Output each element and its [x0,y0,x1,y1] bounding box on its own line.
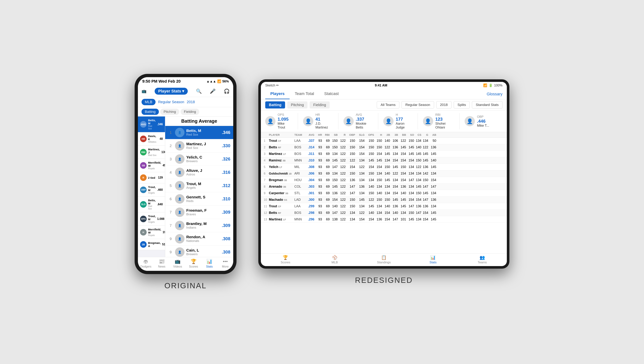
player-row-0[interactable]: 1 👤 Betts, M Red Sox .346 [165,126,233,139]
table-row[interactable]: 13 Martinez LF MNN .296 93 69 138 122 13… [261,216,507,223]
glossary-link[interactable]: Glossary [487,92,502,97]
sidebar-val-0: .346 [157,123,163,126]
table-row[interactable]: 9 Carpenter 3B STL .301 93 69 136 122 14… [261,190,507,197]
tab-team-total[interactable]: Team Total [290,89,319,99]
player-stats-button[interactable]: Player Stats ▾ [155,88,188,95]
filter-fielding[interactable]: Fielding [310,101,330,109]
filter-standard-stats[interactable]: Standard Stats [472,101,502,109]
t-nav-stats[interactable]: 📊 Stats [408,255,458,264]
player-row-4[interactable]: 5 👤 Trout, M Angels .312 [165,179,233,192]
leader-hr[interactable]: 👤 HR 41 J.D. Martinez [303,113,338,129]
sidebar-item-slg[interactable]: SLG Betts, M Red Sox .640 [138,197,165,212]
sidebar-player-name-9: Bregman, A [148,241,161,247]
row-cs-1: 134 [414,139,421,143]
sidebar-player-name-0: Betts, M [148,119,156,125]
t-nav-mlb[interactable]: ⚾ MLB [310,255,359,264]
avatar-0: 👤 [175,128,184,137]
filter-regular-season[interactable]: Regular Season [402,101,434,109]
table-row[interactable]: 10 Machado SS LAD .300 93 69 154 122 150… [261,197,507,203]
player-row-8[interactable]: 9 👤 Rendon, A Nationals .308 [165,232,233,245]
filter-year[interactable]: 2018 [436,101,452,109]
teams-icon-t: 👥 [480,255,485,260]
headphones-icon[interactable]: 🎧 [224,89,230,94]
mic-icon[interactable]: 🎤 [210,89,216,94]
sidebar-item-r[interactable]: R 2 tied 129 [138,172,165,183]
sidebar-item-ops[interactable]: OPS Trout, M Angels 1.088 [138,212,165,226]
table-row[interactable]: 6 Goldschmidt 1B ARI .306 93 69 134 122 … [261,170,507,177]
leader-obp[interactable]: 👤 OBP .446 Mike T... [465,113,497,129]
sidebar-team-1: Athletics [148,141,158,143]
player-row-9[interactable]: 9 👤 Cain, L Brewers .308 [165,245,233,257]
table-row[interactable]: 11 Trout CF LAA .299 93 69 140 122 150 1… [261,203,507,210]
sidebar-item-h[interactable]: H Merrifield, W Royals 192 [138,226,165,239]
phone-status-bar: 9:50 PM Wed Feb 20 ▲▲▲ 📶 56% [138,77,233,86]
year-button[interactable]: 2018 [187,100,195,104]
t-nav-standings[interactable]: 📋 Standings [359,255,408,264]
sidebar-item-obp[interactable]: OBP Trout, M Angels .460 [138,183,165,197]
tab-players[interactable]: Players [265,89,290,99]
obp-value-t: .446 [477,119,489,124]
sidebar-item-rbi[interactable]: RBI Martinez, J Red Sox 130 [138,146,165,159]
nav-videos[interactable]: 📺 Videos [170,259,186,268]
r-badge: R [140,174,147,181]
player-row-2[interactable]: 3 👤 Yelich, C Brewers .326 [165,153,233,166]
filter-batting[interactable]: Batting [265,101,285,109]
rbi-player-t: Shohei Ohtani [435,122,454,129]
table-row[interactable]: 2 Betts RF BOS .314 93 69 150 122 150 15… [261,144,507,151]
player-info-5: Gennett, S Reds [186,195,218,203]
table-row[interactable]: 8 Arenado 3B COL .303 93 69 145 122 147 … [261,183,507,190]
leader-ops[interactable]: 👤 OPS 1.095 Mike Trout [265,113,298,129]
sidebar-item-hr[interactable]: HR Davis, K Athletics 48 [138,132,165,146]
table-row[interactable]: 4 Ramirez 3B MNN .310 93 69 145 122 122 … [261,157,507,164]
sidebar-val-2: 130 [161,151,165,154]
table-row[interactable]: 5 Yelich LF MIL .308 93 69 147 122 154 1… [261,164,507,170]
tab-statcast[interactable]: Statcast [319,89,344,99]
player-row-5[interactable]: 6 👤 Gennett, S Reds .310 [165,192,233,206]
sidebar-val-1: 48 [160,137,163,141]
table-row[interactable]: 3 Martinez LF BOS .311 93 69 134 122 150… [261,151,507,157]
table-row[interactable]: 12 Betts RF BOS .298 93 69 147 122 134 1… [261,210,507,216]
sidebar-team-5: Angels [148,192,156,194]
mlb-button[interactable]: MLB [142,99,156,105]
player-row-6[interactable]: 7 👤 Freeman, F Braves .309 [165,206,233,219]
season-button[interactable]: Regular Season [158,100,184,104]
sidebar-item-sb[interactable]: SB Merrifield, W Royals 45 [138,159,165,172]
nav-dodgers[interactable]: 🏟 Dodgers [138,259,154,268]
row-ops-1: 150 [364,139,374,143]
filter-pitching[interactable]: Pitching [287,101,308,109]
sidebar-item-2b[interactable]: 2B Bregman, A 51 [138,239,165,250]
nav-scores[interactable]: 🏆 Scores [186,259,202,268]
search-icon[interactable]: 🔍 [196,89,202,94]
leader-h[interactable]: 👤 H 177 Aaron Judge [383,113,418,129]
phone-bottom-nav: 🏟 Dodgers 📰 News 📺 Videos 🏆 Scores [138,257,233,271]
tablet-leaders: 👤 OPS 1.095 Mike Trout 👤 HR 41 J.D. Mart… [261,111,507,132]
slg-badge: SLG [140,201,147,208]
filter-splits[interactable]: Splits [454,101,470,109]
rank-2: 3 [168,157,173,161]
sidebar-item-avg[interactable]: AVG Betts, M Red Sox .346 [138,117,165,132]
stat-4: .312 [220,183,230,188]
leader-avatar-h: 👤 [383,116,394,126]
avatar-8: 👤 [175,234,184,243]
leader-rbi[interactable]: 👤 RBI 123 Shohei Ohtani [423,113,460,129]
avatar-1: 👤 [175,141,184,151]
filter-all-teams[interactable]: All Teams [377,101,399,109]
leader-avg[interactable]: 👤 AVG .337 Mookie Betts [344,113,378,129]
batting-tab[interactable]: Batting [142,109,159,115]
table-row[interactable]: 1 Trout CF LAA .337 93 69 150 122 150 15… [261,138,507,144]
player-row-3[interactable]: 4 👤 Altuve, J Astros .316 [165,166,233,179]
th-r: R [338,133,346,136]
nav-news[interactable]: 📰 News [154,259,170,268]
player-row-7[interactable]: 7 👤 Brantley, M Indians .309 [165,219,233,232]
leader-avatar-hr: 👤 [303,116,313,126]
leader-info-avg: AVG .337 Mookie Betts [356,113,373,129]
table-row[interactable]: 7 Bregman 3B HOU .304 93 69 150 122 136 … [261,177,507,183]
t-nav-scores[interactable]: 🏆 Scores [261,255,310,264]
nav-more[interactable]: ••• More [218,259,233,268]
fielding-tab[interactable]: Fielding [181,109,200,115]
t-nav-teams[interactable]: 👥 Teams [458,255,507,264]
row-sb-1: 150 [330,139,338,143]
player-row-1[interactable]: 2 👤 Martinez, J Red Sox .330 [165,139,233,153]
nav-stats[interactable]: 📊 Stats [202,259,217,268]
pitching-tab[interactable]: Pitching [160,109,179,115]
